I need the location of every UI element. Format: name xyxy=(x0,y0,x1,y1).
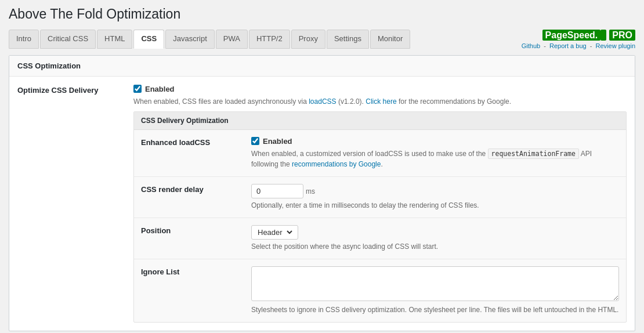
brand-logo: PageSpeed. PRO xyxy=(522,29,635,41)
optimize-css-hint: When enabled, CSS files are loaded async… xyxy=(133,96,627,107)
header-bar: IntroCritical CSSHTMLCSSJavascriptPWAHTT… xyxy=(9,29,635,49)
tab-monitor[interactable]: Monitor xyxy=(370,30,410,49)
css-optimization-title: CSS Optimization xyxy=(9,56,635,77)
enhanced-loadcss-label: Enhanced loadCSS xyxy=(141,137,251,147)
ignore-list-row: Ignore List Stylesheets to ignore in CSS… xyxy=(134,259,626,322)
optimize-css-delivery-content: Enabled When enabled, CSS files are load… xyxy=(133,85,627,323)
tab-css[interactable]: CSS xyxy=(133,30,164,49)
position-select-wrap: Header Footer xyxy=(251,225,298,240)
tab-settings[interactable]: Settings xyxy=(327,30,369,49)
requestanimationframe-code: requestAnimationFrame xyxy=(488,149,579,159)
render-delay-input-wrap: ms xyxy=(251,184,619,198)
page-title: Above The Fold Optimization xyxy=(9,6,635,23)
position-select[interactable]: Header Footer xyxy=(255,227,294,237)
enhanced-loadcss-hint: When enabled, a customized version of lo… xyxy=(251,149,619,169)
brand-links: Github - Report a bug - Review plugin xyxy=(522,42,635,49)
main-card: CSS Optimization Optimize CSS Delivery E… xyxy=(9,55,635,331)
tab-pwa[interactable]: PWA xyxy=(216,30,248,49)
css-render-delay-row: CSS render delay ms Optionally, enter a … xyxy=(134,177,626,218)
optimize-css-checkbox[interactable] xyxy=(133,85,142,93)
tab-proxy[interactable]: Proxy xyxy=(291,30,325,49)
optimize-css-checkbox-row: Enabled xyxy=(133,85,627,93)
css-render-delay-label: CSS render delay xyxy=(141,184,251,194)
report-bug-link[interactable]: Report a bug xyxy=(549,42,587,49)
ignore-list-content: Stylesheets to ignore in CSS delivery op… xyxy=(251,266,619,315)
ignore-list-textarea[interactable] xyxy=(251,266,619,301)
tab-http2[interactable]: HTTP/2 xyxy=(249,30,290,49)
clickhere-link[interactable]: Click here xyxy=(366,97,396,106)
nav-tabs: IntroCritical CSSHTMLCSSJavascriptPWAHTT… xyxy=(9,30,410,49)
position-content: Header Footer Select the position where … xyxy=(251,225,619,252)
review-plugin-link[interactable]: Review plugin xyxy=(596,42,635,49)
enhanced-loadcss-row: Enhanced loadCSS Enabled When enabled, a… xyxy=(134,130,626,177)
position-row: Position Header Footer Select the positi… xyxy=(134,218,626,259)
optimize-css-delivery-row: Optimize CSS Delivery Enabled When enabl… xyxy=(9,77,635,331)
css-delivery-optimization-subsection: CSS Delivery Optimization Enhanced loadC… xyxy=(133,111,627,323)
enhanced-loadcss-checkbox-row: Enabled xyxy=(251,137,619,146)
tab-javascript[interactable]: Javascript xyxy=(165,30,215,49)
enhanced-loadcss-checkbox-label: Enabled xyxy=(263,137,292,146)
position-label: Position xyxy=(141,225,251,235)
sub-section-title: CSS Delivery Optimization xyxy=(134,112,626,130)
render-delay-hint: Optionally, enter a time in milliseconds… xyxy=(251,200,619,211)
optimize-css-checkbox-label: Enabled xyxy=(145,85,175,93)
css-render-delay-content: ms Optionally, enter a time in milliseco… xyxy=(251,184,619,211)
optimize-css-delivery-label: Optimize CSS Delivery xyxy=(17,85,133,95)
enhanced-loadcss-checkbox[interactable] xyxy=(251,137,259,145)
tab-intro[interactable]: Intro xyxy=(9,30,39,49)
position-hint: Select the position where the async load… xyxy=(251,241,619,252)
loadcss-link[interactable]: loadCSS xyxy=(309,97,336,106)
ignore-list-hint: Stylesheets to ignore in CSS delivery op… xyxy=(251,305,619,315)
enhanced-loadcss-content: Enabled When enabled, a customized versi… xyxy=(251,137,619,169)
tab-critical-css[interactable]: Critical CSS xyxy=(40,30,96,49)
recommendations-link[interactable]: recommendations by Google xyxy=(292,160,381,168)
github-link[interactable]: Github xyxy=(522,42,540,49)
ms-label: ms xyxy=(306,187,315,196)
brand-area: PageSpeed. PRO Github - Report a bug - R… xyxy=(522,29,635,49)
ignore-list-label: Ignore List xyxy=(141,266,251,276)
tab-html[interactable]: HTML xyxy=(97,30,132,49)
render-delay-input[interactable] xyxy=(251,184,303,198)
